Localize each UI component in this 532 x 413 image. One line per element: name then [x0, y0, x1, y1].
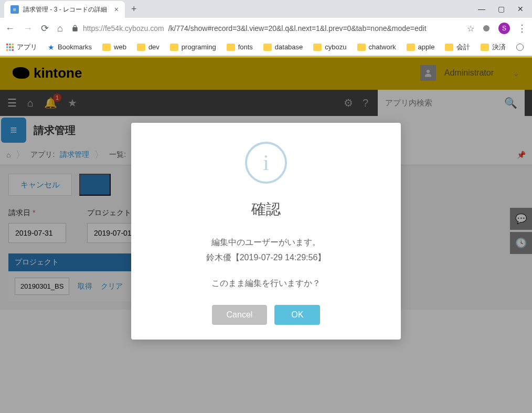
forward-button[interactable]: →	[23, 23, 33, 34]
toolbar-right: ☆ S ⋮	[467, 23, 527, 34]
bookmark-label: cybozu	[325, 43, 346, 51]
maximize-button[interactable]: ▢	[498, 5, 505, 13]
reload-button[interactable]: ⟳	[41, 23, 49, 34]
address-bar[interactable]: https://fe54k.cybozu.com/k/774/show#reco…	[71, 24, 459, 33]
folder-icon	[170, 44, 178, 51]
svg-point-0	[483, 25, 490, 31]
bookmark-star-icon[interactable]: ☆	[467, 24, 474, 34]
home-button[interactable]: ⌂	[57, 23, 63, 34]
globe-icon	[516, 44, 524, 51]
svg-rect-8	[9, 49, 11, 51]
titlebar: ≡ 請求管理 - 3 - レコードの詳細 × + — ▢ ✕	[0, 0, 532, 18]
folder-icon	[407, 44, 415, 51]
modal-line3: このまま編集を行いますか？	[147, 278, 385, 289]
browser-tab[interactable]: ≡ 請求管理 - 3 - レコードの詳細 ×	[4, 1, 125, 18]
profile-icon[interactable]: S	[498, 23, 510, 34]
modal-buttons: Cancel OK	[147, 305, 385, 325]
svg-rect-1	[6, 44, 8, 46]
folder-icon	[102, 44, 111, 51]
url-path: /k/774/show#record=3&l.view=20&l.q&l.nex…	[168, 24, 427, 33]
modal-title: 確認	[147, 199, 385, 219]
bookmark-folder[interactable]: cybozu	[313, 43, 346, 51]
bookmark-folder[interactable]: programing	[170, 43, 216, 51]
bookmark-label: chatwork	[369, 43, 396, 51]
info-icon: i	[245, 142, 287, 184]
apps-label: アプリ	[17, 43, 37, 52]
window-controls: — ▢ ✕	[478, 5, 532, 13]
menu-dots-icon[interactable]: ⋮	[517, 23, 527, 34]
modal-body: 編集中のユーザーがいます。 鈴木優【2019-07-29 14:29:56】	[147, 235, 385, 266]
folder-icon	[481, 44, 489, 51]
bookmark-folder[interactable]: apple	[407, 43, 435, 51]
extension-icon[interactable]	[482, 24, 491, 33]
tab-favicon: ≡	[10, 5, 19, 14]
modal-line1: 編集中のユーザーがいます。	[147, 235, 385, 250]
folder-icon	[137, 44, 145, 51]
close-button[interactable]: ✕	[517, 5, 524, 13]
bookmark-folder[interactable]: dev	[137, 43, 159, 51]
bookmark-folder[interactable]: 会計	[445, 43, 470, 52]
bookmark-folder[interactable]: 決済	[481, 43, 506, 52]
bookmark-main[interactable]: ★Bookmarks	[48, 43, 92, 51]
bookmark-label: web	[114, 43, 126, 51]
bookmark-folder[interactable]: web	[102, 43, 126, 51]
tab-title: 請求管理 - 3 - レコードの詳細	[23, 5, 107, 14]
bookmark-label: programing	[182, 43, 216, 51]
folder-icon	[313, 44, 322, 51]
browser-toolbar: ← → ⟳ ⌂ https://fe54k.cybozu.com/k/774/s…	[0, 18, 532, 39]
lock-icon	[71, 25, 79, 32]
browser-chrome: ≡ 請求管理 - 3 - レコードの詳細 × + — ▢ ✕ ← → ⟳ ⌂ h…	[0, 0, 532, 56]
bookmark-label: 会計	[456, 43, 470, 52]
bookmark-label: database	[275, 43, 303, 51]
apps-grid-icon	[6, 44, 14, 51]
svg-rect-7	[6, 49, 8, 51]
bookmark-folder[interactable]: fonts	[227, 43, 253, 51]
modal-ok-button[interactable]: OK	[274, 305, 320, 325]
svg-rect-2	[9, 44, 11, 46]
tab-close-icon[interactable]: ×	[114, 5, 119, 14]
bookmark-label: fonts	[238, 43, 253, 51]
folder-icon	[263, 44, 272, 51]
new-tab-button[interactable]: +	[131, 4, 137, 15]
svg-rect-3	[12, 44, 14, 46]
minimize-button[interactable]: —	[478, 5, 485, 13]
bookmarks-bar: アプリ ★Bookmarks web dev programing fonts …	[0, 39, 532, 56]
svg-rect-9	[12, 49, 14, 51]
modal-line2: 鈴木優【2019-07-29 14:29:56】	[147, 250, 385, 266]
url-host: https://fe54k.cybozu.com	[83, 24, 164, 33]
svg-rect-6	[12, 46, 14, 48]
svg-rect-5	[9, 46, 11, 48]
bookmark-other[interactable]	[516, 44, 524, 51]
svg-rect-4	[6, 46, 8, 48]
modal-cancel-button[interactable]: Cancel	[212, 305, 268, 325]
back-button[interactable]: ←	[5, 23, 15, 34]
bookmark-folder[interactable]: database	[263, 43, 303, 51]
bookmark-label: apple	[418, 43, 435, 51]
bookmark-folder[interactable]: chatwork	[357, 43, 396, 51]
folder-icon	[445, 44, 453, 51]
bookmark-label: 決済	[492, 43, 506, 52]
bookmark-label: Bookmarks	[58, 43, 92, 51]
folder-icon	[357, 44, 366, 51]
confirm-modal: i 確認 編集中のユーザーがいます。 鈴木優【2019-07-29 14:29:…	[131, 123, 401, 340]
apps-button[interactable]: アプリ	[6, 43, 37, 52]
modal-overlay: i 確認 編集中のユーザーがいます。 鈴木優【2019-07-29 14:29:…	[0, 58, 532, 413]
star-icon: ★	[48, 43, 55, 51]
folder-icon	[227, 44, 235, 51]
bookmark-label: dev	[148, 43, 159, 51]
